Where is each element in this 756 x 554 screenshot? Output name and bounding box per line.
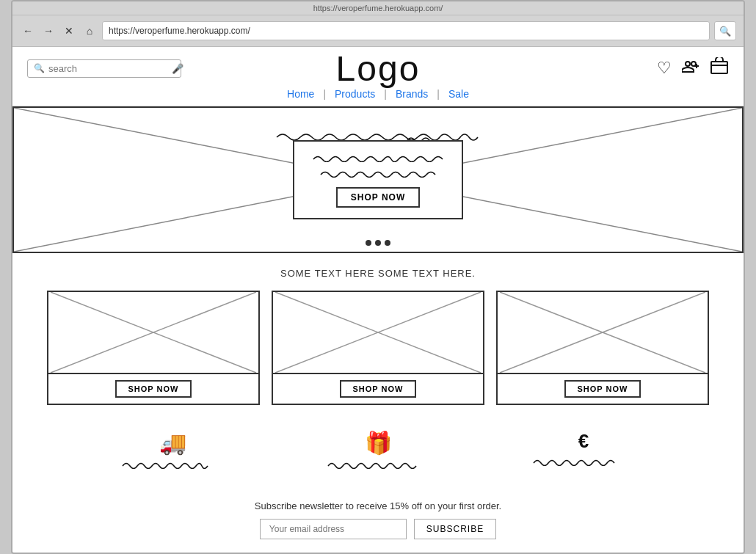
site-logo: Logo <box>336 48 421 89</box>
site-header: 🔍 🎤 Logo ♡ <box>12 47 744 106</box>
search-bar[interactable]: 🔍 🎤 <box>27 59 181 78</box>
product-btn-row-3: SHOP NOW <box>498 373 708 404</box>
features-row: 🚚 🎁 € <box>27 423 729 478</box>
feature-text-2 <box>327 459 429 471</box>
product-card-1: SHOP NOW <box>47 291 260 405</box>
back-button[interactable]: ← <box>20 23 36 39</box>
product-btn-row-2: SHOP NOW <box>273 373 483 404</box>
feature-item-2: 🎁 <box>275 430 481 471</box>
site-nav: Home | Products | Brands | Sale <box>278 88 478 100</box>
header-top: 🔍 🎤 Logo ♡ <box>27 57 729 79</box>
hero-center-box: SHOP NOW <box>293 140 463 219</box>
hero-dot-2[interactable] <box>375 240 381 246</box>
product-btn-row-1: SHOP NOW <box>48 373 258 404</box>
browser-search-button[interactable]: 🔍 <box>714 21 736 40</box>
hero-section: SHOP NOW <box>12 106 744 253</box>
product-shop-now-button-3[interactable]: SHOP NOW <box>564 380 641 398</box>
url-text: https://veroperfume.herokuapp.com/ <box>109 26 250 36</box>
newsletter-text: Subscribe newsletter to receive 15% off … <box>27 500 729 511</box>
hero-shop-now-button[interactable]: SHOP NOW <box>336 187 420 208</box>
product-image-3 <box>498 292 708 373</box>
home-button[interactable]: ⌂ <box>81 23 98 39</box>
product-card-2: SHOP NOW <box>272 291 484 405</box>
subscribe-button[interactable]: SUBSCRIBE <box>414 519 496 539</box>
hero-dot-3[interactable] <box>385 240 390 246</box>
hero-dot-1[interactable] <box>366 240 371 246</box>
microphone-icon[interactable]: 🎤 <box>172 63 183 74</box>
close-button[interactable]: ✕ <box>61 23 77 39</box>
add-user-icon[interactable] <box>682 58 699 79</box>
product-image-2 <box>273 292 483 373</box>
hero-title <box>312 152 444 164</box>
browser-title-bar: https://veroperfume.herokuapp.com/ <box>12 1 744 15</box>
product-image-1 <box>48 292 258 373</box>
browser-window: https://veroperfume.herokuapp.com/ ← → ✕… <box>11 0 745 554</box>
gift-icon: 🎁 <box>365 430 392 456</box>
product-card-3: SHOP NOW <box>496 291 709 405</box>
section-title: SOME TEXT HERE SOME TEXT HERE. <box>27 268 729 279</box>
products-grid: SHOP NOW SHOP NOW <box>27 291 729 405</box>
url-bar[interactable]: https://veroperfume.herokuapp.com/ <box>102 21 710 40</box>
feature-text-3 <box>532 456 635 468</box>
nav-sale[interactable]: Sale <box>440 88 478 100</box>
header-icons: ♡ <box>657 57 729 79</box>
feature-item-3: € <box>481 430 686 471</box>
wishlist-icon[interactable]: ♡ <box>657 59 672 78</box>
search-icon: 🔍 <box>34 63 45 73</box>
truck-icon: 🚚 <box>159 430 186 456</box>
nav-products[interactable]: Products <box>326 88 384 100</box>
main-content: SOME TEXT HERE SOME TEXT HERE. SHOP NOW <box>12 253 744 554</box>
hero-subtitle <box>312 167 444 180</box>
cart-icon[interactable] <box>710 57 729 79</box>
euro-icon: € <box>578 430 589 453</box>
page-content: 🔍 🎤 Logo ♡ <box>12 47 744 554</box>
product-shop-now-button-2[interactable]: SHOP NOW <box>340 380 417 398</box>
feature-item-1: 🚚 <box>70 430 275 471</box>
nav-brands[interactable]: Brands <box>387 88 437 100</box>
nav-home[interactable]: Home <box>278 88 323 100</box>
svg-rect-2 <box>711 62 727 73</box>
browser-url-title: https://veroperfume.herokuapp.com/ <box>313 4 443 12</box>
email-input[interactable] <box>260 519 407 539</box>
browser-toolbar: ← → ✕ ⌂ https://veroperfume.herokuapp.co… <box>12 15 744 47</box>
forward-button[interactable]: → <box>40 23 57 39</box>
hero-dots <box>366 240 390 246</box>
product-shop-now-button-1[interactable]: SHOP NOW <box>115 380 192 398</box>
feature-text-1 <box>121 459 224 471</box>
search-input[interactable] <box>48 63 172 74</box>
newsletter-section: Subscribe newsletter to receive 15% off … <box>27 493 729 551</box>
newsletter-form: SUBSCRIBE <box>27 519 729 539</box>
